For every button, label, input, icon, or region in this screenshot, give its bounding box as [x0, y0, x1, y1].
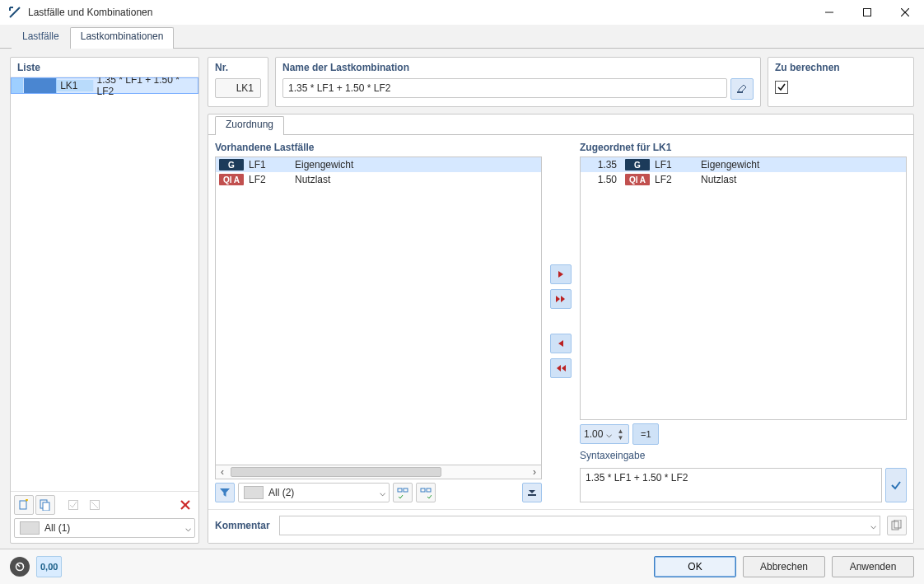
- select-all-button[interactable]: [393, 483, 413, 502]
- move-buttons: [547, 140, 575, 502]
- apply-button[interactable]: Anwenden: [832, 556, 914, 577]
- minimize-button[interactable]: [810, 0, 848, 25]
- category-badge: QI A: [625, 174, 650, 185]
- lf-name: Nutzlast: [684, 174, 903, 185]
- decimals-indicator[interactable]: 0,00: [36, 556, 62, 577]
- svg-rect-4: [20, 501, 26, 509]
- svg-rect-1: [864, 9, 871, 16]
- svg-line-9: [91, 502, 98, 508]
- available-list[interactable]: G LF1 Eigengewicht QI A LF2 Nutzlast: [215, 157, 542, 465]
- factor-cell: 1.35: [584, 159, 620, 171]
- comment-library-button[interactable]: [887, 516, 907, 535]
- scroll-left-icon[interactable]: ‹: [216, 466, 229, 478]
- deselect-all-button[interactable]: [416, 483, 436, 502]
- zuordnung-panel: Zuordnung Vorhandene Lastfälle G LF1 Eig…: [208, 114, 914, 544]
- liste-row[interactable]: LK1 1.35 * LF1 + 1.50 * LF2: [11, 77, 198, 94]
- available-panel: Vorhandene Lastfälle G LF1 Eigengewicht …: [215, 140, 542, 502]
- syntax-input[interactable]: 1.35 * LF1 + 1.50 * LF2: [580, 468, 882, 502]
- app-icon: [8, 6, 21, 19]
- assigned-list[interactable]: 1.35 G LF1 Eigengewicht 1.50 QI A LF2 Nu…: [580, 157, 907, 420]
- chevron-down-icon: ⌵: [606, 428, 612, 440]
- row-id: LK1: [57, 80, 93, 91]
- list-item[interactable]: 1.35 G LF1 Eigengewicht: [581, 157, 906, 172]
- chevron-down-icon: ⌵: [185, 522, 191, 534]
- list-item[interactable]: 1.50 QI A LF2 Nutzlast: [581, 172, 906, 187]
- list-item[interactable]: QI A LF2 Nutzlast: [216, 172, 541, 187]
- comment-label: Kommentar: [215, 520, 273, 531]
- comment-input[interactable]: ⌵: [279, 516, 880, 535]
- remove-one-button[interactable]: [550, 334, 572, 353]
- calc-checkbox[interactable]: [775, 81, 788, 94]
- add-one-button[interactable]: [550, 264, 572, 284]
- toggle-check-button[interactable]: [63, 495, 83, 515]
- svg-rect-15: [421, 488, 425, 492]
- help-button[interactable]: [10, 557, 30, 577]
- add-all-button[interactable]: [550, 289, 572, 309]
- filter-button[interactable]: [215, 483, 235, 502]
- list-item[interactable]: G LF1 Eigengewicht: [216, 157, 541, 172]
- factor-spinner[interactable]: ▲ ▼: [615, 427, 625, 441]
- factor-value: 1.00: [584, 428, 603, 440]
- new-item-button[interactable]: [14, 495, 34, 515]
- factor-input[interactable]: 1.00 ⌵ ▲ ▼: [580, 424, 629, 444]
- available-filter-dropdown[interactable]: All (2) ⌵: [238, 483, 390, 502]
- toggle-uncheck-button[interactable]: [85, 495, 105, 515]
- available-header: Vorhandene Lastfälle: [215, 140, 542, 157]
- category-badge: QI A: [219, 174, 244, 185]
- svg-rect-14: [404, 488, 408, 492]
- apply-syntax-button[interactable]: [885, 468, 907, 502]
- factor-cell: 1.50: [584, 174, 620, 185]
- nr-value: LK1: [215, 78, 261, 98]
- remove-all-button[interactable]: [550, 358, 572, 378]
- cancel-button[interactable]: Abbrechen: [743, 556, 825, 577]
- edit-name-button[interactable]: [730, 78, 754, 100]
- svg-rect-13: [398, 488, 402, 492]
- collapse-button[interactable]: [522, 483, 542, 502]
- assigned-header: Zugeordnet für LK1: [580, 140, 907, 157]
- syntax-label: Syntaxeingabe: [580, 448, 907, 465]
- equal-one-button[interactable]: =1: [632, 423, 659, 445]
- tab-lastkombinationen[interactable]: Lastkombinationen: [70, 27, 175, 49]
- window-title: Lastfälle und Kombinationen: [28, 7, 152, 18]
- scroll-right-icon[interactable]: ›: [528, 466, 541, 478]
- calc-label: Zu berechnen: [775, 62, 907, 73]
- lf-name: Eigengewicht: [684, 159, 903, 171]
- titlebar: Lastfälle und Kombinationen: [0, 0, 924, 26]
- chevron-down-icon: ⌵: [380, 487, 385, 498]
- tab-lastfaelle[interactable]: Lastfälle: [12, 27, 70, 49]
- liste-footer: All (1) ⌵: [11, 491, 198, 543]
- row-color-swatch: [24, 78, 57, 93]
- combo-header-row: Nr. LK1 Name der Lastkombination 1.35 * …: [208, 57, 914, 107]
- chevron-down-icon: ⌵: [870, 520, 876, 531]
- row-name: 1.35 * LF1 + 1.50 * LF2: [94, 77, 198, 97]
- nr-label: Nr.: [215, 62, 261, 73]
- lf-name: Eigengewicht: [278, 159, 538, 171]
- dialog-bottombar: 0,00 OK Abbrechen Anwenden: [0, 549, 924, 584]
- calc-box: Zu berechnen: [768, 57, 914, 107]
- scroll-thumb[interactable]: [231, 467, 441, 477]
- liste-header: Liste: [11, 58, 198, 77]
- close-button[interactable]: [886, 0, 924, 25]
- maximize-button[interactable]: [848, 0, 886, 25]
- name-input[interactable]: 1.35 * LF1 + 1.50 * LF2: [282, 78, 727, 98]
- lf-id: LF1: [249, 159, 273, 171]
- lf-name: Nutzlast: [278, 174, 538, 185]
- liste-grid[interactable]: LK1 1.35 * LF1 + 1.50 * LF2: [11, 77, 198, 491]
- row-selector[interactable]: [12, 78, 24, 93]
- copy-item-button[interactable]: [35, 495, 55, 515]
- name-box: Name der Lastkombination 1.35 * LF1 + 1.…: [275, 57, 761, 107]
- workspace: Lastfälle Lastkombinationen Liste LK1 1.…: [0, 25, 924, 584]
- spin-down-icon[interactable]: ▼: [615, 434, 625, 441]
- comment-row: Kommentar ⌵: [208, 509, 913, 543]
- nr-box: Nr. LK1: [208, 57, 268, 107]
- liste-filter-label: All (1): [44, 522, 70, 534]
- filter-swatch-icon: [20, 521, 40, 535]
- assigned-panel: Zugeordnet für LK1 1.35 G LF1 Eigengewic…: [580, 140, 907, 502]
- tab-zuordnung[interactable]: Zuordnung: [215, 116, 284, 135]
- liste-filter-dropdown[interactable]: All (1) ⌵: [14, 518, 195, 538]
- ok-button[interactable]: OK: [654, 556, 736, 577]
- page-tabs: Lastfälle Lastkombinationen: [0, 25, 924, 49]
- delete-button[interactable]: [175, 495, 195, 515]
- available-hscroll[interactable]: ‹ ›: [215, 465, 542, 479]
- svg-rect-16: [427, 488, 431, 492]
